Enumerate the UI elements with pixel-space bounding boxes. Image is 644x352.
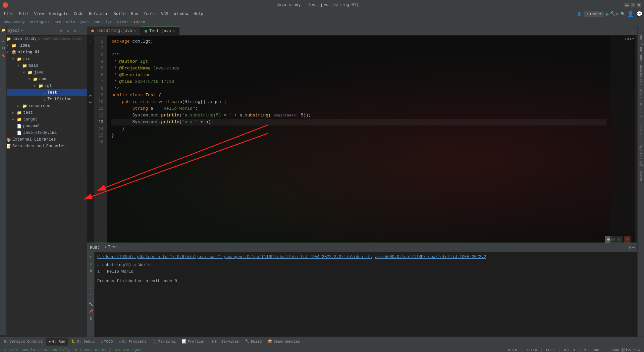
run-button[interactable]: ▶: [606, 11, 609, 17]
position-indicator[interactable]: 13:40: [525, 348, 538, 352]
line-sep-indicator[interactable]: CRLF: [545, 348, 556, 352]
menu-edit[interactable]: Edit: [16, 11, 32, 17]
breadcrumb-item[interactable]: Java-study: [3, 20, 25, 24]
tree-item-test[interactable]: ☕ Test: [0, 89, 87, 96]
breadcrumb-class[interactable]: ● Test: [117, 20, 128, 24]
run-minimize-icon[interactable]: —: [632, 245, 635, 250]
code-content[interactable]: package com.lgt; /** * @author lgt * @Pr…: [107, 36, 610, 243]
menu-refactor[interactable]: Refactor: [86, 11, 111, 17]
build-button[interactable]: 🔨: [610, 11, 615, 17]
tool-tab-terminal[interactable]: ⬛ Terminal: [150, 338, 179, 346]
tree-item-resources[interactable]: ▶ 📁 resources: [0, 103, 87, 109]
tree-item-string-01[interactable]: ▼ 📦 string-01: [0, 49, 87, 56]
menu-help[interactable]: Help: [191, 11, 206, 17]
editor-options-icon[interactable]: ⋮: [631, 31, 635, 35]
menu-tools[interactable]: Tools: [141, 11, 158, 17]
breadcrumb-item[interactable]: src: [55, 20, 61, 24]
run-pin-icon[interactable]: 📌: [88, 308, 94, 314]
menu-code[interactable]: Code: [71, 11, 86, 17]
run-filter-icon[interactable]: 🔧: [88, 301, 94, 307]
tab-teststring[interactable]: TestString.java ✕: [87, 27, 141, 35]
run-clear-icon[interactable]: 🗑: [88, 315, 94, 321]
breadcrumb-item[interactable]: string-01: [30, 20, 50, 24]
tree-item-iml[interactable]: ▶ 📄 Java-study.iml: [0, 130, 87, 136]
tool-tab-version-control[interactable]: 9: Version Control: [1, 338, 45, 346]
tool-tab-debug[interactable]: 🐛 5: Debug: [68, 338, 97, 346]
run-stop-icon[interactable]: ■: [88, 268, 94, 274]
tree-item-lgt[interactable]: ▼ 📁 lgt: [0, 83, 87, 89]
breadcrumb-item[interactable]: main: [66, 20, 75, 24]
encoding-indicator[interactable]: UTF-8: [562, 348, 576, 352]
chat-icon[interactable]: 💬: [636, 11, 643, 17]
tree-item-java[interactable]: ▼ 📁 java: [0, 69, 87, 76]
search-icon[interactable]: 🔍: [621, 12, 625, 16]
key-promoter-tab[interactable]: Key Promoter X: [638, 87, 643, 119]
run-scroll-up-icon[interactable]: ↑: [88, 278, 94, 284]
z-structure-label[interactable]: Z: [1, 45, 6, 51]
sidebar-settings-icon[interactable]: ⚙: [72, 28, 77, 34]
database-tab[interactable]: Database: [638, 122, 643, 143]
menu-vcs[interactable]: VCS: [158, 11, 171, 17]
tree-item-target[interactable]: ▶ 📁 target: [0, 116, 87, 123]
run-tab-test[interactable]: ● Test ✕: [102, 243, 123, 252]
sidebar-collapse-icon[interactable]: ≡: [65, 28, 71, 34]
project-icon[interactable]: 📁: [1, 28, 6, 33]
minimize-button[interactable]: —: [625, 3, 629, 7]
menu-window[interactable]: Window: [171, 11, 191, 17]
tool-tab-problems[interactable]: ⚠ 6: Problems: [116, 338, 149, 346]
run-command-line[interactable]: C:\Users\19355\.jdks\corretto-17.0.6\bin…: [97, 254, 635, 260]
tool-tab-run[interactable]: ▶ 4: Run: [46, 338, 68, 346]
close-button[interactable]: ✕: [637, 3, 641, 7]
tree-item-java-study[interactable]: ▼ 📁 Java-study D:\env\IDEA\Java-study: [0, 36, 87, 42]
bookmarks-icon[interactable]: 🔖: [1, 53, 6, 58]
tool-tab-profiler[interactable]: 📊 Profiler: [179, 338, 208, 346]
breadcrumb-item[interactable]: java: [80, 20, 89, 24]
maven-tab[interactable]: Maven: [638, 169, 643, 183]
tree-item-pom[interactable]: ▶ 📄 pom.xml: [0, 123, 87, 130]
breadcrumb-method[interactable]: ● main: [133, 20, 145, 24]
scrollbar[interactable]: [635, 36, 637, 243]
tree-item-idea[interactable]: ▶ 📁 .idea: [0, 42, 87, 49]
sidebar-locate-icon[interactable]: ⊕: [59, 28, 64, 34]
menu-view[interactable]: View: [32, 11, 47, 17]
menu-navigate[interactable]: Navigate: [46, 11, 71, 17]
run-settings-icon[interactable]: ⚙: [629, 245, 631, 250]
tool-tab-todo[interactable]: ☑ TODO: [98, 338, 115, 346]
breadcrumb-item[interactable]: com: [94, 20, 100, 24]
tree-item-scratches[interactable]: ▶ 📝 Scratches and Consoles: [0, 143, 87, 150]
tree-item-test-folder[interactable]: ▶ 📁 test: [0, 109, 87, 116]
tree-item-src[interactable]: ▼ 📁 src: [0, 56, 87, 62]
tool-tab-services[interactable]: ⚙ 8: Services: [209, 338, 241, 346]
indent-indicator[interactable]: 4 spaces: [583, 348, 603, 352]
structure-icon[interactable]: ≡: [1, 39, 6, 44]
run-rerun-icon[interactable]: ↺: [88, 261, 94, 267]
tab-test[interactable]: Test.java ✕: [141, 27, 179, 35]
maximize-button[interactable]: □: [631, 3, 635, 7]
tree-item-com[interactable]: ▼ 📁 com: [0, 76, 87, 83]
git-branch[interactable]: main: [507, 348, 518, 352]
mybatis-tab[interactable]: MyBatis Sql: [638, 143, 643, 169]
tree-item-main[interactable]: ▼ 📁 main: [0, 62, 87, 69]
new-chat-gpt-tab[interactable]: NewChatGPT: [638, 63, 643, 87]
menu-file[interactable]: File: [1, 11, 16, 17]
menu-build[interactable]: Build: [111, 11, 128, 17]
run-play-icon[interactable]: ▶: [88, 254, 94, 260]
run-scroll-down-icon[interactable]: ↓: [88, 285, 94, 291]
sidebar-close-icon[interactable]: —: [79, 28, 84, 34]
notifications-tab[interactable]: Notifications: [638, 33, 643, 63]
tool-tab-build[interactable]: 🔨 Build: [242, 338, 264, 346]
warning-toggle[interactable]: ✏: [87, 38, 94, 45]
menu-run[interactable]: Run: [128, 11, 141, 17]
tool-tab-dependencies[interactable]: 📦 Dependencies: [265, 338, 303, 346]
run-config-selector[interactable]: ● Test ▼: [584, 11, 604, 17]
sidebar-dropdown-arrow[interactable]: ▼: [21, 29, 22, 33]
run-gutter-10[interactable]: ▶: [87, 99, 94, 105]
profile-button[interactable]: ⚙: [616, 11, 619, 16]
run-wrap-icon[interactable]: ⏎: [88, 292, 94, 298]
breadcrumb-item[interactable]: lgt: [105, 20, 112, 24]
tab-close-test[interactable]: ✕: [173, 29, 175, 33]
tree-item-teststring[interactable]: ☕ TestString: [0, 96, 87, 103]
tree-item-external-libs[interactable]: ▶ 📚 External Libraries: [0, 136, 87, 143]
user-avatar[interactable]: 👤: [627, 11, 634, 17]
run-gutter-9[interactable]: ▶: [87, 92, 94, 99]
